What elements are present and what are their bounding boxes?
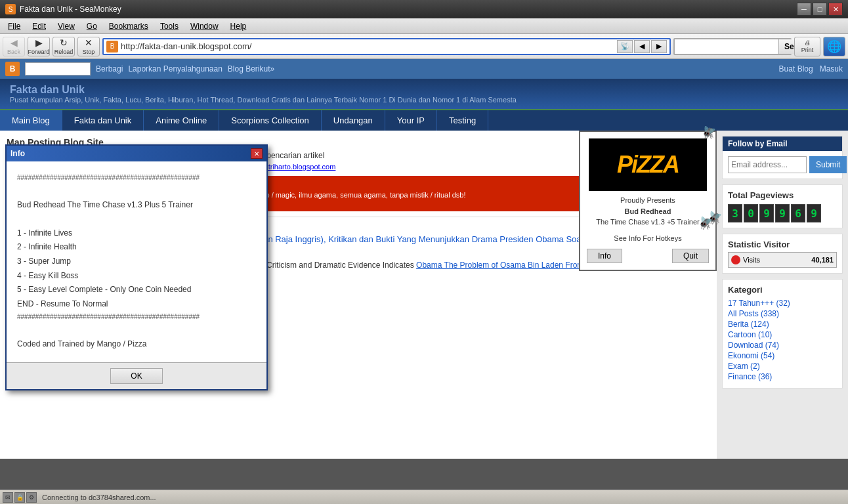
pizza-advertisement: 🪰 🪰 🪰 PiZZA Proudly Presents Bud Redhead… [579,131,717,271]
nav-prev-icon[interactable]: ◀ [634,40,650,53]
pizza-game-title: Bud Redhead [587,206,709,217]
nav-main-blog[interactable]: Main Blog [0,110,62,131]
pizza-logo: PiZZA [589,138,707,191]
credit-text: Coded and Trained by Mango / Pizza [17,337,256,352]
rss-icon[interactable]: 📡 [617,40,633,53]
hotkey-end: END - Resume To Normal [17,297,256,312]
menu-help[interactable]: Help [225,20,252,32]
hotkey-1: 1 - Infinite Lives [17,226,256,241]
pizza-info-button[interactable]: Info [587,249,622,263]
kat-item-2[interactable]: Berita (124) [728,320,837,329]
window-controls[interactable]: ─ □ ✕ [797,3,843,16]
forward-icon: ▶ [35,37,43,48]
pizza-subtitle: The Time Chase v1.3 +5 Trainer [587,217,709,228]
pageviews-counter: 3 0 9 9 6 9 [728,204,837,222]
nav-your-ip[interactable]: Your IP [385,110,437,131]
pageviews-widget: Total Pageviews 3 0 9 9 6 9 [722,184,843,228]
close-button[interactable]: ✕ [828,3,843,16]
next-blog-link[interactable]: Blog Berikut» [228,64,274,74]
nav-scorpions[interactable]: Scorpions Collection [219,110,322,131]
dialog-titlebar: Info ✕ [7,146,266,161]
email-field[interactable] [728,156,807,173]
kat-item-7[interactable]: Finance (36) [728,372,837,381]
print-button[interactable]: 🖨 Print [794,37,820,56]
nav-anime[interactable]: Anime Online [144,110,219,131]
create-blog-link[interactable]: Buat Blog [779,64,813,74]
menu-file[interactable]: File [3,20,26,32]
digit-6: 9 [807,204,821,222]
pizza-quit-button[interactable]: Quit [672,249,709,263]
back-button[interactable]: ◀ Back [3,37,25,56]
kat-item-1[interactable]: All Posts (338) [728,309,837,318]
blogger-search-input[interactable] [25,62,91,75]
menu-view[interactable]: View [53,20,80,32]
kat-item-3[interactable]: Cartoon (10) [728,330,837,339]
visits-row: Visits 40,181 [728,252,837,268]
fly-icon-1: 🪰 [702,125,716,140]
digit-2: 0 [744,204,758,222]
menu-bar: File Edit View Go Bookmarks Tools Window… [0,18,848,34]
menu-window[interactable]: Window [185,20,224,32]
pageviews-title: Total Pageviews [728,190,837,200]
menu-edit[interactable]: Edit [27,20,51,32]
stop-button[interactable]: ✕ Stop [77,37,100,56]
print-icon: 🖨 [805,39,811,46]
nav-fakta[interactable]: Fakta dan Unik [62,110,144,131]
nav-testing[interactable]: Testing [437,110,488,131]
submit-button[interactable]: Submit [809,156,847,173]
dialog-title: Info [11,149,25,158]
fly-icon-3: 🪰 [698,216,713,230]
digit-5: 6 [791,204,805,222]
statistic-title: Statistic Visitor [728,240,837,249]
globe-button[interactable]: 🌐 [823,37,845,56]
ok-button[interactable]: OK [110,368,162,384]
login-link[interactable]: Masuk [820,64,843,74]
visits-label: Visits [743,256,760,264]
visits-indicator [731,255,740,264]
follow-widget-title: Follow by Email [723,136,842,151]
pizza-logo-text: PiZZA [617,151,679,178]
dialog-close-button[interactable]: ✕ [251,148,263,159]
title-bar-left: S Fakta dan Unik - SeaMonkey [5,4,121,14]
hotkey-4: 4 - Easy Kill Boss [17,269,256,284]
search-bar[interactable]: Search [673,38,792,55]
kat-item-4[interactable]: Download (74) [728,341,837,350]
menu-bookmarks[interactable]: Bookmarks [104,20,154,32]
follow-widget: Follow by Email Submit [722,136,843,179]
sidebar: Follow by Email Submit Total Pageviews 3… [717,131,848,459]
forward-button[interactable]: ▶ Forward [28,37,50,56]
blogger-icon: B [5,62,20,76]
share-link[interactable]: Berbagi [96,64,123,74]
url-text: http://fakta-dan-unik.blogspot.com/ [121,41,614,51]
site-icon: B [106,41,118,52]
hotkey-5: 5 - Easy Level Complete - Only One Coin … [17,283,256,297]
visits-value: 40,181 [811,256,834,264]
menu-go[interactable]: Go [81,20,102,32]
site-header: Fakta dan Unik Pusat Kumpulan Arsip, Uni… [0,79,848,109]
reload-button[interactable]: ↻ Reload [53,37,75,56]
digit-1: 3 [728,204,742,222]
kat-item-0[interactable]: 17 Tahun+++ (32) [728,299,837,308]
status-bar: ✉ 🔒 ⚙ Connecting to dc3784shared.com... [0,490,848,504]
nav-next-icon[interactable]: ▶ [651,40,667,53]
game-title: Bud Redhead The Time Chase v1.3 Plus 5 T… [17,198,256,213]
minimize-button[interactable]: ─ [797,3,811,16]
dialog-footer: OK [7,362,266,389]
address-bar[interactable]: B http://fakta-dan-unik.blogspot.com/ 📡 … [102,38,671,55]
follow-widget-content: Submit [723,151,842,178]
report-link[interactable]: Laporkan Penyalahgunaan [128,64,222,74]
stop-icon: ✕ [85,37,93,48]
address-icons: 📡 ◀ ▶ [617,40,667,53]
maximize-button[interactable]: □ [813,3,827,16]
separator-bottom: ########################################… [17,311,256,323]
kat-item-6[interactable]: Exam (2) [728,362,837,371]
separator-top: ########################################… [17,172,256,184]
globe-icon: 🌐 [827,39,841,54]
nav-undangan[interactable]: Undangan [322,110,385,131]
status-icon-1: ✉ [3,492,13,503]
statistic-widget: Statistic Visitor Visits 40,181 [722,234,843,274]
blogger-right: Buat Blog Masuk [779,64,843,74]
search-input[interactable] [675,39,778,54]
kat-item-5[interactable]: Ekonomi (54) [728,351,837,360]
menu-tools[interactable]: Tools [155,20,184,32]
